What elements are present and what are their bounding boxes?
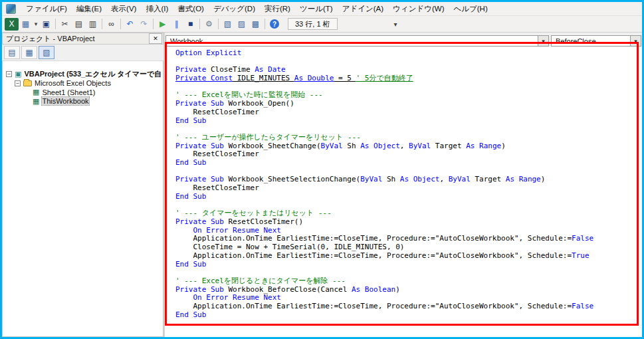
view-code-icon[interactable]: ▤: [4, 46, 20, 59]
chevron-down-icon[interactable]: ▾: [630, 36, 641, 46]
code-line: Application.OnTime EarliestTime:=CloseTi…: [175, 252, 639, 261]
toggle-folders-icon[interactable]: ▧: [39, 46, 54, 59]
menu-bar: ファイル(F)編集(E)表示(V)挿入(I)書式(O)デバッグ(D)実行(R)ツ…: [2, 2, 642, 16]
tree-item-label: VBAProject (533_エクセル タイマーで自動終了): [24, 69, 161, 79]
code-line: Private Const IDLE_MINUTES As Double = 5…: [175, 74, 639, 83]
code-line: Option Explicit: [175, 49, 639, 58]
menu-item[interactable]: 表示(V): [106, 2, 141, 16]
menu-item[interactable]: 挿入(I): [141, 2, 173, 16]
insert-userform-icon[interactable]: ▦: [19, 18, 33, 31]
code-line: Application.OnTime EarliestTime:=CloseTi…: [175, 302, 639, 311]
toolbar-options-chevron-icon[interactable]: ▾: [394, 21, 397, 28]
code-window: Workbook ▾ BeforeClose ▾ Option Explicit…: [165, 33, 642, 337]
view-object-icon[interactable]: ▦: [21, 46, 37, 59]
collapse-icon[interactable]: −: [15, 80, 21, 86]
procedure-dropdown[interactable]: BeforeClose ▾: [551, 35, 641, 47]
toolbar-icons: X▦▾▣✂▤▥∞↶↷▶∥■⚙▧▨▩?: [5, 18, 282, 31]
code-window-header: Workbook ▾ BeforeClose ▾: [165, 35, 641, 47]
menu-item[interactable]: デバッグ(D): [209, 2, 260, 16]
chevron-down-icon[interactable]: ▾: [538, 36, 548, 46]
view-excel-icon[interactable]: X: [5, 18, 19, 31]
object-dropdown-value: Workbook: [170, 37, 203, 45]
reset-icon[interactable]: ■: [183, 18, 197, 31]
code-line: End Sub: [175, 193, 639, 201]
find-icon[interactable]: ∞: [104, 18, 118, 31]
code-line: ResetCloseTimer: [175, 108, 639, 117]
tree-item-excel-objects-folder[interactable]: − Microsoft Excel Objects: [6, 79, 161, 88]
undo-icon[interactable]: ↶: [123, 18, 137, 31]
toolbar-separator: [218, 19, 219, 29]
main-area: プロジェクト - VBAProject ✕ ▤▦▧ − ▣ VBAProject…: [2, 33, 642, 337]
code-lines: Option ExplicitPrivate CloseTime As Date…: [175, 49, 639, 319]
cut-icon[interactable]: ✂: [58, 18, 72, 31]
redo-icon[interactable]: ↷: [137, 18, 151, 31]
paste-icon[interactable]: ▥: [86, 18, 100, 31]
project-panel-header: プロジェクト - VBAProject ✕: [2, 33, 163, 45]
close-icon[interactable]: ✕: [149, 33, 162, 44]
menu-item[interactable]: 書式(O): [173, 2, 209, 16]
menu-item[interactable]: アドイン(A): [338, 2, 388, 16]
tree-item-sheet1[interactable]: ▦ Sheet1 (Sheet1): [6, 88, 161, 97]
menu-item[interactable]: 実行(R): [260, 2, 295, 16]
menu-item[interactable]: ウィンドウ(W): [388, 2, 449, 16]
design-mode-icon[interactable]: ⚙: [202, 18, 216, 31]
project-explorer-panel: プロジェクト - VBAProject ✕ ▤▦▧ − ▣ VBAProject…: [2, 33, 165, 337]
run-icon[interactable]: ▶: [156, 18, 169, 31]
menu-item[interactable]: ツール(T): [295, 2, 338, 16]
code-line: ResetCloseTimer: [175, 150, 639, 159]
menu-item[interactable]: ヘルプ(H): [449, 2, 492, 16]
tree-item-label: Sheet1 (Sheet1): [42, 88, 95, 96]
code-line: ResetCloseTimer: [175, 184, 639, 193]
properties-window-icon[interactable]: ▨: [235, 18, 249, 31]
project-panel-title: プロジェクト - VBAProject: [6, 34, 95, 44]
insert-dropdown-arrow-icon[interactable]: ▾: [33, 18, 39, 31]
vba-app-icon: [6, 4, 16, 14]
menu-items: ファイル(F)編集(E)表示(V)挿入(I)書式(O)デバッグ(D)実行(R)ツ…: [21, 2, 492, 16]
code-line: End Sub: [175, 159, 639, 168]
break-icon[interactable]: ∥: [169, 18, 183, 31]
worksheet-icon: ▦: [33, 88, 39, 96]
copy-icon[interactable]: ▤: [72, 18, 86, 31]
tree-item-label: Microsoft Excel Objects: [35, 79, 111, 87]
toolbar-separator: [199, 19, 200, 29]
project-icon: ▣: [15, 70, 21, 78]
workbook-icon: ▦: [33, 97, 39, 106]
toolbar-separator: [120, 19, 121, 29]
toolbar-separator: [55, 19, 56, 29]
project-panel-toolbar: ▤▦▧: [2, 45, 163, 60]
object-browser-icon[interactable]: ▩: [249, 18, 263, 31]
menu-item[interactable]: 編集(E): [72, 2, 106, 16]
toolbar-separator: [153, 19, 154, 29]
object-dropdown[interactable]: Workbook ▾: [165, 35, 549, 47]
tree-item-vbaproject[interactable]: − ▣ VBAProject (533_エクセル タイマーで自動終了): [6, 70, 161, 79]
project-tree: − ▣ VBAProject (533_エクセル タイマーで自動終了) − Mi…: [2, 60, 163, 337]
procedure-dropdown-value: BeforeClose: [556, 37, 596, 45]
toolbar-separator: [265, 19, 265, 29]
code-line: End Sub: [175, 311, 639, 320]
save-icon[interactable]: ▣: [39, 18, 53, 31]
caret-position-indicator: 33 行, 1 桁: [288, 18, 338, 30]
menu-item[interactable]: ファイル(F): [21, 2, 72, 16]
code-line: End Sub: [175, 117, 639, 126]
toolbar-separator: [102, 19, 102, 29]
folder-icon: [23, 80, 32, 86]
help-icon[interactable]: ?: [270, 19, 279, 29]
code-line: End Sub: [175, 261, 639, 269]
tree-item-thisworkbook[interactable]: ▦ ThisWorkbook: [6, 97, 161, 106]
code-editor[interactable]: Option ExplicitPrivate CloseTime As Date…: [165, 47, 642, 337]
tree-item-label: ThisWorkbook: [42, 97, 88, 105]
collapse-icon[interactable]: −: [6, 71, 12, 77]
vba-editor-window: ファイル(F)編集(E)表示(V)挿入(I)書式(O)デバッグ(D)実行(R)ツ…: [0, 0, 644, 339]
toolbar: X▦▾▣✂▤▥∞↶↷▶∥■⚙▧▨▩? 33 行, 1 桁 ▾: [2, 16, 642, 33]
project-explorer-icon[interactable]: ▧: [221, 18, 235, 31]
